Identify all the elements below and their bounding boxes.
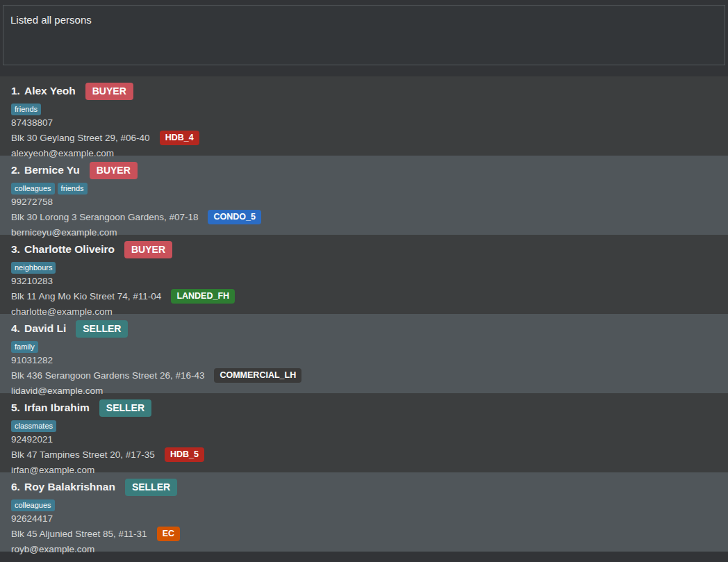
person-name-row: 2. Bernice Yu BUYER [11,162,717,179]
person-name-row: 3. Charlotte Oliveiro BUYER [11,241,717,258]
tag-badge: friends [58,183,88,195]
person-phone: 99272758 [11,197,717,207]
person-name-row: 1. Alex Yeoh BUYER [11,83,717,100]
person-address-row: Blk 45 Aljunied Street 85, #11-31 EC [11,527,717,541]
person-tags: colleagues [11,499,717,511]
person-address-row: Blk 11 Ang Mo Kio Street 74, #11-04 LAND… [11,289,717,304]
person-phone: 92492021 [11,434,717,445]
person-card[interactable]: 6. Roy Balakrishnan SELLER colleagues 92… [0,472,728,552]
property-badge: COMMERCIAL_LH [214,368,301,383]
person-phone: 91031282 [11,355,717,365]
person-index: 4. [11,322,20,335]
property-badge: HDB_5 [165,447,204,462]
role-badge: SELLER [99,399,151,417]
person-phone: 87438807 [11,117,717,128]
person-card[interactable]: 1. Alex Yeoh BUYER friends 87438807 Blk … [0,76,728,156]
tag-badge: friends [11,104,41,115]
person-card[interactable]: 4. David Li SELLER family 91031282 Blk 4… [0,314,728,393]
person-card[interactable]: 5. Irfan Ibrahim SELLER classmates 92492… [0,393,728,472]
person-address: Blk 30 Lorong 3 Serangoon Gardens, #07-1… [11,212,198,222]
role-badge: BUYER [85,83,133,100]
person-index: 2. [11,164,20,176]
person-card[interactable]: 3. Charlotte Oliveiro BUYER neighbours 9… [0,235,728,314]
person-index: 5. [11,402,20,414]
result-display-text: Listed all persons [3,6,725,34]
person-address-row: Blk 436 Serangoon Gardens Street 26, #16… [11,368,717,383]
person-index: 6. [11,481,20,493]
tag-badge: colleagues [11,499,55,511]
person-name: David Li [24,322,66,335]
person-name: Roy Balakrishnan [24,481,115,493]
tag-badge: colleagues [11,183,55,195]
person-name-row: 4. David Li SELLER [11,320,717,338]
tag-badge: family [11,341,38,353]
property-badge: LANDED_FH [171,289,235,304]
property-badge: CONDO_5 [208,210,260,224]
property-badge: EC [157,527,180,541]
tag-badge: classmates [11,420,56,432]
role-badge: BUYER [90,162,138,179]
person-tags: classmates [11,420,717,432]
person-address: Blk 45 Aljunied Street 85, #11-31 [11,529,147,539]
person-phone: 93210283 [11,276,717,286]
person-name: Irfan Ibrahim [24,402,90,414]
person-name: Charlotte Oliveiro [24,243,115,256]
person-address-row: Blk 47 Tampines Street 20, #17-35 HDB_5 [11,447,717,462]
person-index: 1. [11,85,20,97]
role-badge: SELLER [125,479,177,496]
person-address-row: Blk 30 Lorong 3 Serangoon Gardens, #07-1… [11,210,717,224]
person-tags: neighbours [11,262,717,274]
person-name-row: 6. Roy Balakrishnan SELLER [11,479,717,496]
person-name: Bernice Yu [24,164,80,176]
person-address: Blk 11 Ang Mo Kio Street 74, #11-04 [11,291,161,301]
property-badge: HDB_4 [160,131,199,145]
person-tags: colleaguesfriends [11,183,717,195]
role-badge: SELLER [76,320,128,338]
person-phone: 92624417 [11,513,717,524]
person-tags: friends [11,104,717,115]
person-card[interactable]: 2. Bernice Yu BUYER colleaguesfriends 99… [0,156,728,235]
person-address-row: Blk 30 Geylang Street 29, #06-40 HDB_4 [11,131,717,145]
person-email: royb@example.com [11,544,717,554]
person-list[interactable]: 1. Alex Yeoh BUYER friends 87438807 Blk … [0,76,728,552]
person-name-row: 5. Irfan Ibrahim SELLER [11,399,717,417]
person-index: 3. [11,243,20,256]
role-badge: BUYER [124,241,172,258]
result-display[interactable]: Listed all persons [3,5,725,65]
person-name: Alex Yeoh [24,85,76,97]
person-address: Blk 47 Tampines Street 20, #17-35 [11,449,155,460]
person-tags: family [11,341,717,353]
tag-badge: neighbours [11,262,56,274]
person-address: Blk 30 Geylang Street 29, #06-40 [11,133,150,143]
person-address: Blk 436 Serangoon Gardens Street 26, #16… [11,370,204,381]
